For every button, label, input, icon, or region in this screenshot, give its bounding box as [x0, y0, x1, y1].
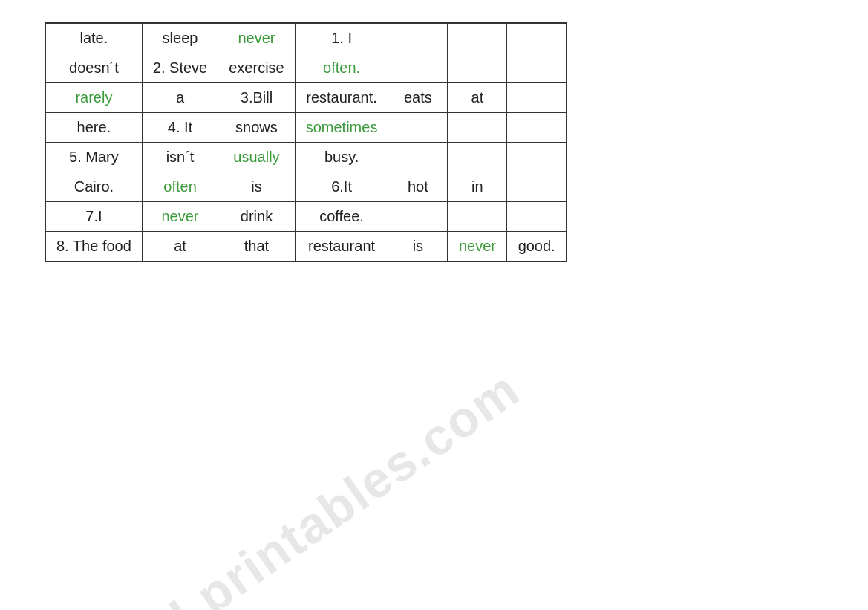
table-cell: sleep	[142, 23, 218, 53]
table-cell	[448, 202, 507, 232]
table-row: doesn´t2. Steveexerciseoften.	[45, 53, 567, 83]
table-cell: hot	[388, 172, 448, 202]
table-cell: exercise	[218, 53, 295, 83]
table-cell: at	[448, 83, 507, 113]
table-cell: is	[388, 232, 448, 262]
table-cell: 1. I	[295, 23, 388, 53]
table-cell: eats	[388, 83, 448, 113]
table-cell	[507, 23, 567, 53]
table-cell: is	[218, 172, 295, 202]
table-row: 5. Maryisn´tusuallybusy.	[45, 143, 567, 172]
table-cell: never	[142, 202, 218, 232]
table-cell	[388, 202, 448, 232]
table-cell: busy.	[295, 143, 388, 172]
table-cell	[448, 143, 507, 172]
table-cell	[448, 23, 507, 53]
table-cell	[388, 113, 448, 143]
table-cell	[507, 172, 567, 202]
table-row: here.4. Itsnowssometimes	[45, 113, 567, 143]
table-cell	[388, 23, 448, 53]
table-cell: snows	[218, 113, 295, 143]
table-cell	[507, 202, 567, 232]
table-cell: rarely	[45, 83, 142, 113]
table-cell: 7.I	[45, 202, 142, 232]
table-cell: restaurant.	[295, 83, 388, 113]
table-cell: sometimes	[295, 113, 388, 143]
table-cell	[507, 83, 567, 113]
table-wrapper: late.sleepnever1. Idoesn´t2. Steveexerci…	[45, 22, 567, 262]
table-cell: restaurant	[295, 232, 388, 262]
watermark: ESLprintables.com	[101, 360, 529, 610]
table-cell: here.	[45, 113, 142, 143]
page-container: late.sleepnever1. Idoesn´t2. Steveexerci…	[0, 0, 868, 610]
table-cell: that	[218, 232, 295, 262]
table-cell: isn´t	[142, 143, 218, 172]
table-cell	[388, 143, 448, 172]
table-cell	[507, 53, 567, 83]
table-cell: never	[218, 23, 295, 53]
table-row: late.sleepnever1. I	[45, 23, 567, 53]
table-cell	[448, 113, 507, 143]
table-cell: in	[448, 172, 507, 202]
table-row: Cairo.oftenis6.Ithotin	[45, 172, 567, 202]
table-cell	[507, 143, 567, 172]
table-cell	[507, 113, 567, 143]
table-cell: doesn´t	[45, 53, 142, 83]
table-cell: 4. It	[142, 113, 218, 143]
table-cell: drink	[218, 202, 295, 232]
table-cell: 3.Bill	[218, 83, 295, 113]
table-cell: often	[142, 172, 218, 202]
table-cell: never	[448, 232, 507, 262]
table-cell: 8. The food	[45, 232, 142, 262]
table-cell: late.	[45, 23, 142, 53]
table-row: 8. The foodatthatrestaurantisnevergood.	[45, 232, 567, 262]
table-cell: usually	[218, 143, 295, 172]
table-cell: 6.It	[295, 172, 388, 202]
table-cell: at	[142, 232, 218, 262]
table-cell: good.	[507, 232, 567, 262]
sentences-table: late.sleepnever1. Idoesn´t2. Steveexerci…	[45, 22, 567, 262]
table-row: 7.Ineverdrinkcoffee.	[45, 202, 567, 232]
table-row: rarelya3.Billrestaurant.eatsat	[45, 83, 567, 113]
table-cell: a	[142, 83, 218, 113]
table-cell: 2. Steve	[142, 53, 218, 83]
table-cell	[388, 53, 448, 83]
table-cell: Cairo.	[45, 172, 142, 202]
table-cell	[448, 53, 507, 83]
table-cell: often.	[295, 53, 388, 83]
table-cell: coffee.	[295, 202, 388, 232]
table-cell: 5. Mary	[45, 143, 142, 172]
